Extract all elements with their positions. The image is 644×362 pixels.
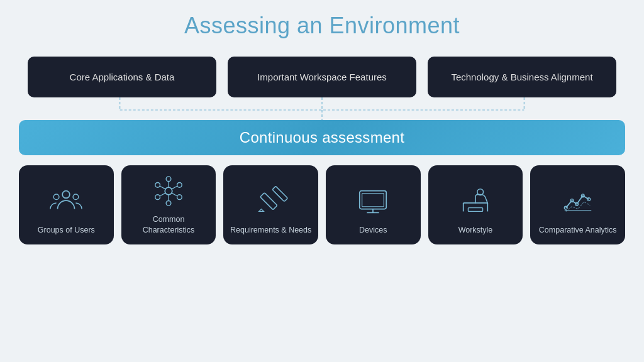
- svg-point-10: [166, 200, 171, 206]
- svg-rect-21: [260, 192, 277, 209]
- svg-point-8: [165, 187, 172, 195]
- svg-rect-34: [468, 208, 482, 212]
- page-title: Assessing an Environment: [184, 13, 460, 39]
- network-icon: [152, 174, 186, 208]
- continuous-bar-label: Continuous assessment: [240, 129, 404, 146]
- top-boxes-container: Core Applications & Data Important Works…: [19, 57, 625, 97]
- top-box-core: Core Applications & Data: [28, 57, 216, 97]
- svg-point-9: [166, 177, 171, 182]
- svg-line-18: [172, 193, 177, 196]
- monitor-icon: [356, 185, 390, 219]
- svg-point-6: [54, 194, 60, 200]
- card-devices-label: Devices: [359, 225, 387, 236]
- svg-line-19: [160, 186, 165, 189]
- svg-point-5: [63, 191, 70, 199]
- analytics-icon: [561, 185, 595, 219]
- svg-point-39: [587, 198, 591, 201]
- card-common-characteristics: Common Characteristics: [121, 165, 216, 244]
- svg-rect-23: [272, 186, 288, 202]
- top-box-tech-label: Technology & Business Alignment: [451, 72, 592, 82]
- svg-point-11: [155, 195, 160, 200]
- svg-line-20: [172, 186, 177, 189]
- card-analytics: Comparative Analytics: [530, 165, 625, 244]
- card-requirements: Requirements & Needs: [223, 165, 318, 244]
- svg-point-12: [177, 195, 182, 200]
- card-workstyle: Workstyle: [428, 165, 523, 244]
- workstyle-icon: [458, 185, 492, 219]
- top-box-tech: Technology & Business Alignment: [428, 57, 616, 97]
- svg-line-17: [160, 193, 165, 196]
- svg-point-7: [73, 194, 79, 200]
- svg-marker-22: [258, 209, 264, 211]
- connector-lines: [19, 97, 625, 120]
- top-box-core-label: Core Applications & Data: [70, 72, 175, 82]
- continuous-assessment-bar: Continuous assessment: [19, 120, 625, 155]
- card-groups-label: Groups of Users: [38, 225, 95, 236]
- svg-rect-28: [362, 193, 384, 206]
- users-icon: [49, 185, 83, 219]
- card-workstyle-label: Workstyle: [458, 225, 493, 236]
- card-requirements-label: Requirements & Needs: [230, 225, 311, 236]
- svg-line-24: [274, 192, 282, 199]
- bottom-cards-container: Groups of Users Common Characteristics: [19, 165, 625, 244]
- svg-point-14: [177, 183, 182, 188]
- top-box-workspace-label: Important Workspace Features: [257, 72, 387, 82]
- card-devices: Devices: [326, 165, 421, 244]
- svg-point-13: [155, 183, 160, 188]
- card-analytics-label: Comparative Analytics: [539, 225, 617, 236]
- card-groups-of-users: Groups of Users: [19, 165, 114, 244]
- card-characteristics-label: Common Characteristics: [126, 214, 211, 236]
- tools-icon: [254, 185, 288, 219]
- top-box-workspace: Important Workspace Features: [228, 57, 416, 97]
